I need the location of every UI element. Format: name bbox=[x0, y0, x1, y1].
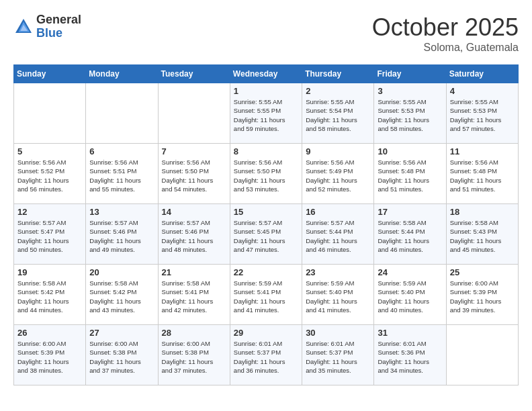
calendar-week: 1Sunrise: 5:55 AM Sunset: 5:55 PM Daylig… bbox=[14, 83, 519, 144]
logo-icon bbox=[13, 17, 34, 37]
calendar-cell: 26Sunrise: 6:00 AM Sunset: 5:39 PM Dayli… bbox=[14, 325, 86, 385]
day-info: Sunrise: 5:55 AM Sunset: 5:55 PM Dayligh… bbox=[234, 97, 298, 133]
day-info: Sunrise: 5:56 AM Sunset: 5:49 PM Dayligh… bbox=[306, 158, 370, 193]
calendar-cell: 31Sunrise: 6:01 AM Sunset: 5:36 PM Dayli… bbox=[374, 325, 446, 385]
day-info: Sunrise: 6:01 AM Sunset: 5:37 PM Dayligh… bbox=[234, 339, 298, 375]
day-number: 24 bbox=[378, 267, 442, 277]
calendar-cell: 16Sunrise: 5:57 AM Sunset: 5:44 PM Dayli… bbox=[302, 204, 374, 265]
calendar-week: 5Sunrise: 5:56 AM Sunset: 5:52 PM Daylig… bbox=[14, 144, 519, 204]
day-info: Sunrise: 5:58 AM Sunset: 5:44 PM Dayligh… bbox=[378, 218, 442, 254]
calendar-cell: 21Sunrise: 5:58 AM Sunset: 5:41 PM Dayli… bbox=[158, 265, 230, 325]
day-number: 29 bbox=[234, 328, 298, 338]
day-info: Sunrise: 5:56 AM Sunset: 5:48 PM Dayligh… bbox=[450, 158, 515, 193]
logo-blue: Blue bbox=[36, 27, 81, 40]
logo: General Blue bbox=[13, 13, 81, 40]
weekday-header: Thursday bbox=[302, 65, 374, 83]
day-info: Sunrise: 6:01 AM Sunset: 5:36 PM Dayligh… bbox=[378, 339, 442, 375]
day-number: 12 bbox=[17, 207, 82, 217]
day-info: Sunrise: 5:57 AM Sunset: 5:46 PM Dayligh… bbox=[89, 218, 154, 254]
calendar-cell: 12Sunrise: 5:57 AM Sunset: 5:47 PM Dayli… bbox=[14, 204, 86, 265]
day-info: Sunrise: 5:56 AM Sunset: 5:51 PM Dayligh… bbox=[89, 158, 154, 193]
day-number: 17 bbox=[378, 207, 442, 217]
day-number: 19 bbox=[17, 267, 82, 277]
calendar-cell bbox=[446, 325, 518, 385]
page-header: General Blue October 2025 Soloma, Guatem… bbox=[13, 13, 519, 54]
day-info: Sunrise: 5:55 AM Sunset: 5:53 PM Dayligh… bbox=[450, 97, 515, 133]
calendar-cell: 2Sunrise: 5:55 AM Sunset: 5:54 PM Daylig… bbox=[302, 83, 374, 144]
calendar-cell: 22Sunrise: 5:59 AM Sunset: 5:41 PM Dayli… bbox=[230, 265, 302, 325]
calendar-cell: 14Sunrise: 5:57 AM Sunset: 5:46 PM Dayli… bbox=[158, 204, 230, 265]
day-number: 27 bbox=[89, 328, 154, 338]
calendar-week: 12Sunrise: 5:57 AM Sunset: 5:47 PM Dayli… bbox=[14, 204, 519, 265]
weekday-header: Tuesday bbox=[158, 65, 230, 83]
weekday-header: Wednesday bbox=[230, 65, 302, 83]
day-info: Sunrise: 5:59 AM Sunset: 5:40 PM Dayligh… bbox=[378, 279, 442, 314]
calendar-cell: 24Sunrise: 5:59 AM Sunset: 5:40 PM Dayli… bbox=[374, 265, 446, 325]
day-info: Sunrise: 5:58 AM Sunset: 5:42 PM Dayligh… bbox=[17, 279, 82, 314]
month-title: October 2025 bbox=[372, 13, 519, 42]
logo-text: General Blue bbox=[36, 13, 81, 40]
day-number: 10 bbox=[378, 146, 442, 156]
calendar-cell: 6Sunrise: 5:56 AM Sunset: 5:51 PM Daylig… bbox=[86, 144, 158, 204]
day-number: 23 bbox=[306, 267, 370, 277]
day-info: Sunrise: 5:57 AM Sunset: 5:45 PM Dayligh… bbox=[234, 218, 298, 254]
day-info: Sunrise: 5:57 AM Sunset: 5:47 PM Dayligh… bbox=[17, 218, 82, 254]
calendar-cell: 19Sunrise: 5:58 AM Sunset: 5:42 PM Dayli… bbox=[14, 265, 86, 325]
calendar-cell bbox=[86, 83, 158, 144]
calendar-table: SundayMondayTuesdayWednesdayThursdayFrid… bbox=[13, 64, 519, 385]
day-number: 16 bbox=[306, 207, 370, 217]
day-number: 3 bbox=[378, 86, 442, 96]
day-info: Sunrise: 6:01 AM Sunset: 5:37 PM Dayligh… bbox=[306, 339, 370, 375]
day-info: Sunrise: 5:59 AM Sunset: 5:41 PM Dayligh… bbox=[234, 279, 298, 314]
day-info: Sunrise: 5:56 AM Sunset: 5:50 PM Dayligh… bbox=[234, 158, 298, 193]
calendar-cell: 30Sunrise: 6:01 AM Sunset: 5:37 PM Dayli… bbox=[302, 325, 374, 385]
calendar-cell: 13Sunrise: 5:57 AM Sunset: 5:46 PM Dayli… bbox=[86, 204, 158, 265]
calendar-cell bbox=[14, 83, 86, 144]
day-number: 31 bbox=[378, 328, 442, 338]
weekday-header: Friday bbox=[374, 65, 446, 83]
header-row: SundayMondayTuesdayWednesdayThursdayFrid… bbox=[14, 65, 519, 83]
calendar-cell: 5Sunrise: 5:56 AM Sunset: 5:52 PM Daylig… bbox=[14, 144, 86, 204]
day-number: 28 bbox=[162, 328, 226, 338]
day-number: 18 bbox=[450, 207, 515, 217]
calendar-cell: 9Sunrise: 5:56 AM Sunset: 5:49 PM Daylig… bbox=[302, 144, 374, 204]
calendar-cell: 8Sunrise: 5:56 AM Sunset: 5:50 PM Daylig… bbox=[230, 144, 302, 204]
calendar-cell: 17Sunrise: 5:58 AM Sunset: 5:44 PM Dayli… bbox=[374, 204, 446, 265]
calendar-cell: 1Sunrise: 5:55 AM Sunset: 5:55 PM Daylig… bbox=[230, 83, 302, 144]
day-info: Sunrise: 6:00 AM Sunset: 5:38 PM Dayligh… bbox=[89, 339, 154, 375]
calendar-week: 26Sunrise: 6:00 AM Sunset: 5:39 PM Dayli… bbox=[14, 325, 519, 385]
day-number: 5 bbox=[17, 146, 82, 156]
calendar-cell: 18Sunrise: 5:58 AM Sunset: 5:43 PM Dayli… bbox=[446, 204, 518, 265]
day-info: Sunrise: 5:55 AM Sunset: 5:53 PM Dayligh… bbox=[378, 97, 442, 133]
day-info: Sunrise: 5:57 AM Sunset: 5:46 PM Dayligh… bbox=[162, 218, 226, 254]
calendar-cell: 3Sunrise: 5:55 AM Sunset: 5:53 PM Daylig… bbox=[374, 83, 446, 144]
day-number: 30 bbox=[306, 328, 370, 338]
day-number: 9 bbox=[306, 146, 370, 156]
calendar-cell: 29Sunrise: 6:01 AM Sunset: 5:37 PM Dayli… bbox=[230, 325, 302, 385]
day-number: 25 bbox=[450, 267, 515, 277]
day-number: 7 bbox=[162, 146, 226, 156]
weekday-header: Monday bbox=[86, 65, 158, 83]
weekday-header: Saturday bbox=[446, 65, 518, 83]
day-info: Sunrise: 5:55 AM Sunset: 5:54 PM Dayligh… bbox=[306, 97, 370, 133]
day-number: 20 bbox=[89, 267, 154, 277]
title-block: October 2025 Soloma, Guatemala bbox=[372, 13, 519, 54]
day-info: Sunrise: 5:58 AM Sunset: 5:43 PM Dayligh… bbox=[450, 218, 515, 254]
day-number: 21 bbox=[162, 267, 226, 277]
calendar-cell: 7Sunrise: 5:56 AM Sunset: 5:50 PM Daylig… bbox=[158, 144, 230, 204]
calendar-cell: 10Sunrise: 5:56 AM Sunset: 5:48 PM Dayli… bbox=[374, 144, 446, 204]
day-number: 15 bbox=[234, 207, 298, 217]
calendar-cell: 4Sunrise: 5:55 AM Sunset: 5:53 PM Daylig… bbox=[446, 83, 518, 144]
day-info: Sunrise: 5:59 AM Sunset: 5:40 PM Dayligh… bbox=[306, 279, 370, 314]
day-info: Sunrise: 6:00 AM Sunset: 5:39 PM Dayligh… bbox=[17, 339, 82, 375]
weekday-header: Sunday bbox=[14, 65, 86, 83]
calendar-cell: 27Sunrise: 6:00 AM Sunset: 5:38 PM Dayli… bbox=[86, 325, 158, 385]
day-number: 4 bbox=[450, 86, 515, 96]
day-info: Sunrise: 5:56 AM Sunset: 5:52 PM Dayligh… bbox=[17, 158, 82, 193]
day-info: Sunrise: 6:00 AM Sunset: 5:39 PM Dayligh… bbox=[450, 279, 515, 314]
day-number: 6 bbox=[89, 146, 154, 156]
day-info: Sunrise: 5:56 AM Sunset: 5:50 PM Dayligh… bbox=[162, 158, 226, 193]
calendar-cell: 20Sunrise: 5:58 AM Sunset: 5:42 PM Dayli… bbox=[86, 265, 158, 325]
day-info: Sunrise: 5:58 AM Sunset: 5:41 PM Dayligh… bbox=[162, 279, 226, 314]
day-number: 2 bbox=[306, 86, 370, 96]
